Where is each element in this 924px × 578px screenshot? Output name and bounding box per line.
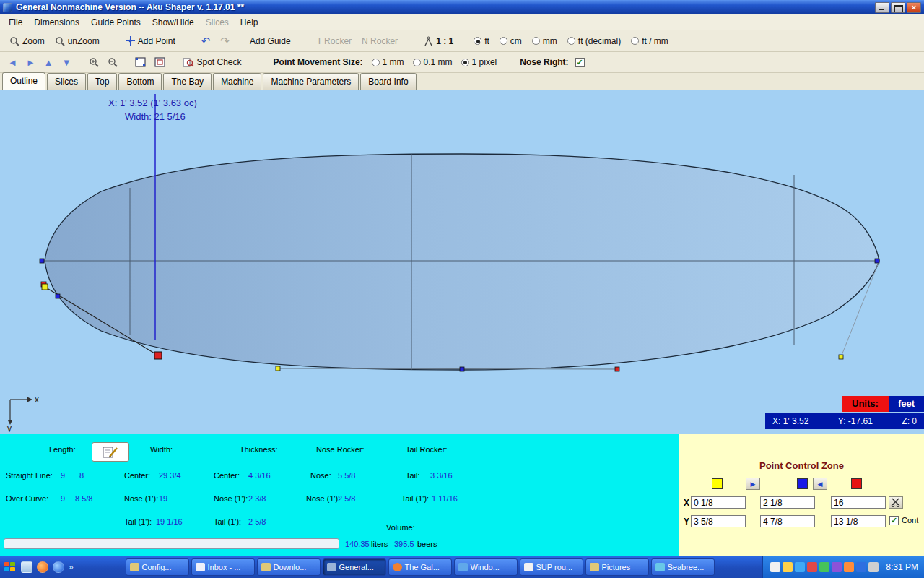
task-button-inbox[interactable]: Inbox - ...	[191, 558, 255, 576]
fit-view-icon	[135, 57, 146, 67]
tab-slices[interactable]: Slices	[47, 73, 86, 90]
tray-icon[interactable]	[844, 562, 854, 572]
control-point-bottom-blue[interactable]	[460, 367, 464, 371]
unit-radio-ft-decimal[interactable]: ft (decimal)	[565, 35, 623, 48]
y1-input[interactable]	[691, 515, 746, 527]
show-desktop-icon[interactable]	[21, 561, 32, 573]
pan-right-button[interactable]: ►	[24, 57, 38, 68]
pan-left-button[interactable]: ◄	[6, 57, 19, 68]
tab-top[interactable]: Top	[87, 73, 117, 90]
x3-input[interactable]	[831, 496, 886, 509]
add-point-button[interactable]: Add Point	[123, 35, 178, 48]
unit-radio-ft[interactable]: ft	[471, 35, 492, 48]
tab-machine-parameters[interactable]: Machine Parameters	[263, 73, 359, 90]
thickness-nose-value: 2 3/8	[248, 494, 266, 503]
nose-right-checkbox[interactable]: ✓	[575, 58, 585, 67]
tray-icon[interactable]	[819, 562, 829, 572]
frame-view-button[interactable]	[152, 56, 167, 69]
internet-icon[interactable]	[53, 561, 64, 573]
movement-radio-01mm[interactable]: 0.1 mm	[411, 56, 455, 69]
task-button-downloads[interactable]: Downlo...	[257, 558, 321, 576]
pan-up-button[interactable]: ▲	[42, 57, 56, 68]
task-button-config[interactable]: Config...	[126, 558, 189, 576]
fit-view-button[interactable]	[133, 56, 148, 69]
control-point-nose-tip[interactable]	[875, 259, 879, 263]
control-point-bottom-yellow[interactable]	[276, 366, 280, 371]
maximize-button[interactable]	[891, 2, 905, 13]
windows-logo-icon[interactable]	[4, 562, 17, 573]
zoom-in-button[interactable]	[87, 56, 101, 69]
task-button-sup-route[interactable]: SUP rou...	[520, 558, 583, 576]
tail-rocker-tail-value: 3 3/16	[430, 471, 453, 480]
browser-icon[interactable]	[37, 561, 48, 573]
menu-show-hide[interactable]: Show/Hide	[147, 15, 200, 30]
unzoom-button[interactable]: unZoom	[53, 35, 102, 48]
tray-icon[interactable]	[783, 562, 793, 572]
unit-radio-cm[interactable]: cm	[497, 35, 524, 48]
control-handle-tail-red[interactable]	[154, 352, 162, 359]
task-button-seabreeze[interactable]: Seabree...	[651, 558, 715, 576]
spot-check-button[interactable]: Spot Check	[180, 56, 244, 69]
edit-length-button[interactable]	[92, 442, 129, 462]
undo-button[interactable]: ↶	[199, 35, 213, 48]
control-point-nose-yellow[interactable]	[839, 355, 843, 359]
board-outline-canvas[interactable]: X: 1' 3.52 (1' 3.63 oc) Width: 21 5/16 x…	[0, 90, 924, 434]
unit-radio-mm[interactable]: mm	[530, 35, 559, 48]
tray-icon[interactable]	[868, 562, 879, 572]
control-point-tail-center[interactable]	[40, 259, 44, 263]
x2-input[interactable]	[760, 496, 815, 509]
movement-radio-1pixel[interactable]: 1 pixel	[459, 56, 500, 69]
zoom-button[interactable]: Zoom	[7, 35, 47, 48]
dimensions-panel: Length: Width: Thickness: Nose Rocker: T…	[0, 434, 679, 556]
browser-icon	[393, 563, 402, 571]
x1-input[interactable]	[691, 496, 746, 509]
tray-icon[interactable]	[770, 562, 780, 572]
tray-icon[interactable]	[795, 562, 805, 572]
pan-down-button[interactable]: ▼	[60, 57, 74, 68]
swap-back-button[interactable]: ◀	[813, 478, 827, 490]
toolbar-secondary: ◄ ► ▲ ▼ Spot Check Point Movement Size: …	[0, 52, 924, 73]
control-point-bottom-red[interactable]	[615, 367, 619, 371]
units-indicator: Units: feet	[842, 396, 924, 412]
swap-forward-button[interactable]: ▶	[746, 478, 760, 490]
menu-help[interactable]: Help	[235, 15, 264, 30]
tray-icon[interactable]	[856, 562, 866, 572]
blue-point-swatch[interactable]	[797, 478, 808, 489]
point-movement-size-label: Point Movement Size:	[271, 56, 365, 69]
minimize-button[interactable]	[875, 2, 889, 13]
control-point-tail-yellow[interactable]	[42, 284, 48, 290]
task-button-windows[interactable]: Windo...	[454, 558, 518, 576]
red-point-swatch[interactable]	[851, 478, 862, 489]
tab-outline[interactable]: Outline	[2, 72, 45, 90]
scale-one-to-one[interactable]: 1 : 1	[422, 35, 456, 48]
y3-input[interactable]	[831, 515, 886, 527]
menu-guide-points[interactable]: Guide Points	[85, 15, 147, 30]
control-point-tail-blue[interactable]	[56, 294, 60, 298]
toolbar-main: Zoom unZoom Add Point ↶ ↷ Add Guide T Ro…	[0, 30, 924, 52]
width-header: Width:	[150, 445, 173, 454]
app-icon	[3, 3, 12, 12]
task-button-general-active[interactable]: General...	[323, 558, 386, 576]
tab-machine[interactable]: Machine	[213, 73, 261, 90]
unit-radio-ft-mm[interactable]: ft / mm	[629, 35, 671, 48]
movement-radio-1mm[interactable]: 1 mm	[370, 56, 406, 69]
close-button[interactable]: ×	[907, 2, 921, 13]
y2-input[interactable]	[760, 515, 815, 527]
task-button-pictures[interactable]: Pictures	[585, 558, 649, 576]
width-nose-label: Nose (1'):	[124, 494, 158, 503]
tab-board-info[interactable]: Board Info	[360, 73, 416, 90]
task-button-the-gal[interactable]: The Gal...	[388, 558, 452, 576]
menu-dimensions[interactable]: Dimensions	[28, 15, 85, 30]
tab-bottom[interactable]: Bottom	[118, 73, 162, 90]
add-guide-button[interactable]: Add Guide	[248, 35, 293, 48]
zoom-out-button[interactable]	[105, 56, 120, 69]
tray-icon[interactable]	[832, 562, 842, 572]
beers-unit-label: beers	[417, 540, 437, 548]
menu-file[interactable]: File	[3, 15, 28, 30]
cut-button[interactable]	[889, 496, 903, 509]
yellow-point-swatch[interactable]	[712, 478, 723, 489]
tab-the-bay[interactable]: The Bay	[163, 73, 212, 90]
quick-launch-overflow-chevron[interactable]: »	[69, 562, 74, 572]
tray-icon[interactable]	[807, 562, 817, 572]
cont-checkbox[interactable]: ✓	[889, 516, 899, 525]
